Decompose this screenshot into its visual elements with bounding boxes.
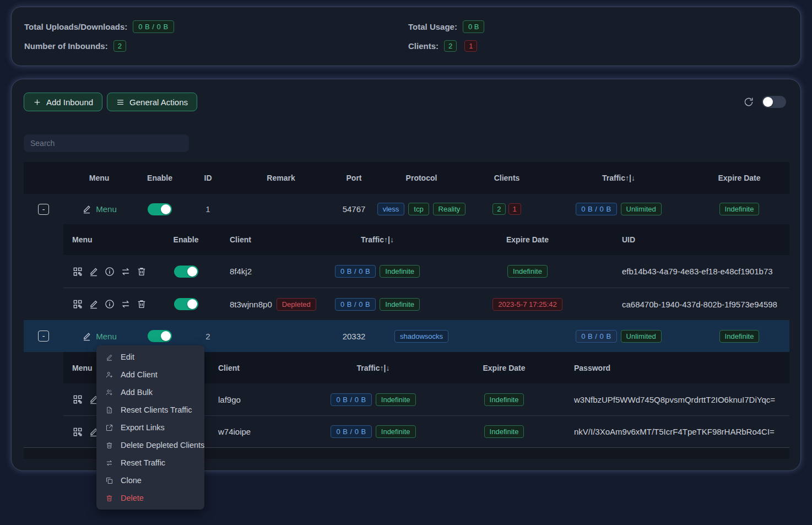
protocol-badge: shadowsocks xyxy=(394,330,448,343)
client-row-2: 8t3wjnn8p0 Depleted 0 B / 0 B Indefinite… xyxy=(63,288,789,320)
sub-header-client: Client xyxy=(209,352,306,383)
stat-total-uploads-downloads: Total Uploads/Downloads: 0 B / 0 B xyxy=(24,20,408,33)
inbound-menu-button[interactable]: Menu xyxy=(82,331,117,342)
client-traffic-badge: 0 B / 0 B xyxy=(331,425,371,438)
inbound-remark xyxy=(231,320,331,352)
qr-code-icon[interactable] xyxy=(72,426,83,437)
general-actions-button[interactable]: General Actions xyxy=(107,93,197,111)
clients-depleted-badge: 1 xyxy=(508,203,521,215)
inbound-enable-toggle[interactable] xyxy=(148,330,172,342)
header-id: ID xyxy=(185,162,231,194)
sub-header-menu: Menu xyxy=(63,224,160,255)
stat-value-badge: 0 B / 0 B xyxy=(133,20,174,33)
general-actions-label: General Actions xyxy=(129,98,188,107)
delete-client-icon[interactable] xyxy=(136,266,147,277)
sub-header-expire-date: Expire Date xyxy=(446,224,609,255)
sub-header-password: Password xyxy=(567,352,789,383)
users-add-icon xyxy=(105,388,113,397)
collapse-row-button[interactable]: - xyxy=(38,204,49,215)
sub-header-expire-date: Expire Date xyxy=(441,352,567,383)
menu-item-export-links[interactable]: Export Links xyxy=(96,419,204,436)
clients-active-badge: 2 xyxy=(492,203,505,215)
client-uid: efb14b43-4a79-4e83-ef18-e48cf1901b73 xyxy=(609,255,789,288)
refresh-icon[interactable] xyxy=(743,96,754,107)
expire-badge: Indefinite xyxy=(719,203,760,215)
client-enable-toggle[interactable] xyxy=(174,266,198,278)
client-traffic-badge: 0 B / 0 B xyxy=(331,393,371,406)
info-icon[interactable] xyxy=(104,299,115,310)
traffic-limit-badge: Unlimited xyxy=(621,203,662,215)
client-expire-badge: Indefinite xyxy=(484,393,524,406)
user-add-icon xyxy=(105,371,113,379)
inbound-context-menu: Edit Add Client Add Bulk Reset Clients T… xyxy=(96,345,204,510)
add-inbound-label: Add Inbound xyxy=(46,98,93,107)
edit-pencil-icon xyxy=(82,331,92,342)
menu-item-delete-depleted-clients[interactable]: Delete Depleted Clients xyxy=(96,436,204,454)
toolbar: Add Inbound General Actions xyxy=(24,93,788,111)
protocol-badge: vless xyxy=(377,203,405,215)
menu-item-reset-traffic[interactable]: Reset Traffic xyxy=(96,454,204,472)
menu-item-clone[interactable]: Clone xyxy=(96,472,204,489)
stat-label: Clients: xyxy=(408,41,439,51)
sub-header-enable: Enable xyxy=(160,224,212,255)
clients-subtable-1: Menu Enable Client Traffic↑|↓ Expire Dat… xyxy=(63,224,789,320)
subtable-header-row: Menu Enable Client Traffic↑|↓ Expire Dat… xyxy=(63,224,789,255)
client-traffic-limit-badge: Indefinite xyxy=(380,265,420,278)
sub-header-traffic-sort[interactable]: Traffic↑|↓ xyxy=(308,224,446,255)
traffic-limit-badge: Unlimited xyxy=(621,330,662,343)
reset-traffic-icon[interactable] xyxy=(120,299,131,310)
menu-item-add-client[interactable]: Add Client xyxy=(96,366,204,383)
client-name: w74ioipe xyxy=(209,416,306,447)
edit-pencil-icon xyxy=(105,353,113,361)
add-inbound-button[interactable]: Add Inbound xyxy=(24,93,102,111)
client-name: 8f4kj2 xyxy=(212,255,308,288)
trash-icon xyxy=(105,441,113,450)
header-expire-date: Expire Date xyxy=(689,162,789,194)
trash-icon xyxy=(105,494,113,502)
header-remark: Remark xyxy=(231,162,331,194)
qr-code-icon[interactable] xyxy=(72,299,83,310)
info-icon[interactable] xyxy=(104,266,115,277)
header-expand xyxy=(24,162,63,194)
stat-value-badge: 0 B xyxy=(463,20,485,33)
traffic-badge: 0 B / 0 B xyxy=(576,330,616,343)
header-traffic-sort[interactable]: Traffic↑|↓ xyxy=(548,162,689,194)
stat-label: Total Uploads/Downloads: xyxy=(24,22,127,31)
edit-client-icon[interactable] xyxy=(88,299,99,310)
menu-item-delete[interactable]: Delete xyxy=(96,489,204,507)
header-menu: Menu xyxy=(63,162,135,194)
menu-item-reset-clients-traffic[interactable]: Reset Clients Traffic xyxy=(96,401,204,419)
client-traffic-limit-badge: Indefinite xyxy=(376,393,416,406)
client-name: 8t3wjnn8p0 xyxy=(230,300,272,309)
sub-header-uid: UID xyxy=(609,224,789,255)
client-password: w3NfbzUPf5WWd745Q8pvsmQrdrttT2IO6knuI7Di… xyxy=(567,383,789,415)
qr-code-icon[interactable] xyxy=(72,266,83,277)
inbound-id: 1 xyxy=(185,194,231,224)
menu-item-add-bulk[interactable]: Add Bulk xyxy=(96,383,204,401)
client-password: nkV/I/3XoAm9v6xMT/T5IcrF4TpeTKF98rHARbRo… xyxy=(567,416,789,447)
inbound-menu-button[interactable]: Menu xyxy=(82,204,117,214)
sync-icon xyxy=(105,459,113,467)
export-icon xyxy=(105,424,113,432)
client-expire-badge: 2023-5-7 17:25:42 xyxy=(492,298,562,311)
client-traffic-limit-badge: Indefinite xyxy=(376,425,416,438)
inbound-enable-toggle[interactable] xyxy=(148,203,172,215)
menu-item-edit[interactable]: Edit xyxy=(96,348,204,366)
sub-header-traffic-sort[interactable]: Traffic↑|↓ xyxy=(306,352,441,383)
delete-client-icon[interactable] xyxy=(136,299,147,310)
search-input[interactable] xyxy=(24,134,189,152)
stat-number-of-inbounds: Number of Inbounds: 2 xyxy=(24,40,408,52)
menu-bars-icon xyxy=(116,98,124,106)
client-enable-toggle[interactable] xyxy=(174,298,198,310)
stat-clients: Clients: 2 1 xyxy=(408,40,788,52)
inbound-port: 20332 xyxy=(331,320,377,352)
header-port: Port xyxy=(331,162,377,194)
inbound-clients xyxy=(465,320,548,352)
copy-icon xyxy=(105,477,113,485)
reset-traffic-icon[interactable] xyxy=(120,266,131,277)
collapse-row-button[interactable]: - xyxy=(38,331,49,342)
edit-client-icon[interactable] xyxy=(88,266,99,277)
client-row-1: 8f4kj2 0 B / 0 B Indefinite Indefinite e… xyxy=(63,255,789,288)
auto-refresh-toggle[interactable] xyxy=(762,96,786,108)
qr-code-icon[interactable] xyxy=(72,394,83,405)
